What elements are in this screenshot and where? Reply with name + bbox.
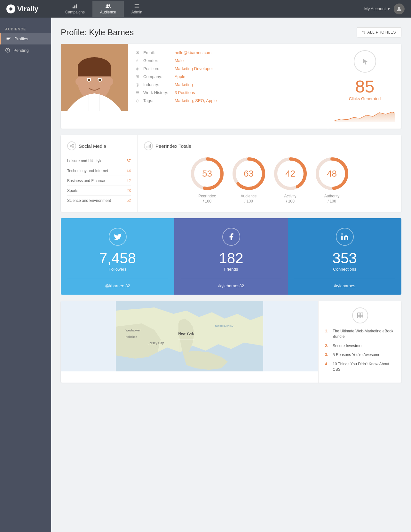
social-media-item: Technology and Internet44	[67, 166, 131, 176]
social-card-twitter: 7,458 Followers @kbarners82	[61, 218, 174, 295]
main-content: Profile: Kyle Barnes ⇅ ALL PROFILES	[51, 18, 411, 532]
clicks-card: 85 Clicks Generated	[328, 44, 401, 129]
rec-item: The Ultimate Web-Marketing eBook Bundle	[325, 329, 395, 339]
facebook-icon	[222, 228, 240, 246]
peerindex-circle-item: 63 Audience/ 100	[231, 156, 266, 204]
svg-rect-30	[146, 146, 147, 147]
nav-audience[interactable]: Audience	[92, 1, 124, 17]
nav-right: My Account ▾	[364, 4, 405, 14]
twitter-icon	[109, 228, 127, 246]
top-nav: Virally Campaigns Audience Admin My Acco…	[0, 0, 411, 18]
social-media-item: Business and Finance42	[67, 176, 131, 186]
social-card-linkedin: 353 Connections /kylebarnes	[288, 218, 401, 295]
nav-campaigns[interactable]: Campaigns	[58, 1, 92, 17]
all-profiles-button[interactable]: ⇅ ALL PROFILES	[357, 27, 401, 37]
svg-point-20	[108, 78, 113, 85]
sidebar-item-profiles[interactable]: Profiles	[0, 33, 51, 44]
peerindex-circles: 53 PeerIndex/ 100 63 Audience/ 100 42 Ac…	[144, 156, 395, 204]
svg-point-3	[106, 4, 108, 6]
work-history-icon: ☰	[136, 90, 141, 95]
svg-point-8	[398, 7, 400, 9]
svg-point-19	[75, 78, 81, 85]
donut-chart: 48	[314, 156, 350, 191]
social-media-icon	[67, 141, 76, 150]
nav-items: Campaigns Audience Admin	[58, 1, 364, 17]
info-row-email: ✉ Email: hello@kbarnes.com	[136, 50, 320, 55]
info-row-industry: ◎ Industry: Marketing	[136, 82, 320, 87]
svg-rect-55	[360, 316, 362, 318]
card-divider	[294, 278, 395, 278]
company-value: Apple	[175, 74, 185, 79]
bottom-row: Jersey City New York Weehawken Hoboken N…	[61, 301, 401, 383]
social-network-cards: 7,458 Followers @kbarners82 182 Friends …	[61, 218, 401, 295]
sidebar-label-pending: Pending	[13, 48, 29, 53]
svg-text:New York: New York	[178, 331, 194, 335]
work-history-value: 3 Positions	[175, 90, 195, 95]
peerindex-section: PeerIndex Totals 53 PeerIndex/ 100 63 Au…	[138, 135, 401, 212]
svg-text:Weehawken: Weehawken	[126, 329, 141, 332]
sidebar: AUDIENCE Profiles Pending	[0, 18, 51, 532]
svg-rect-32	[149, 145, 149, 148]
my-account-menu[interactable]: My Account ▾	[364, 6, 390, 11]
nav-admin[interactable]: Admin	[124, 1, 150, 17]
cursor-icon	[354, 50, 376, 73]
recommended-list: The Ultimate Web-Marketing eBook BundleS…	[325, 329, 395, 372]
svg-rect-10	[7, 38, 10, 39]
svg-rect-18	[78, 67, 111, 76]
profile-photo	[61, 44, 128, 111]
card-divider	[67, 278, 168, 278]
svg-rect-9	[7, 37, 11, 37]
social-handle: @kbarners82	[105, 283, 130, 288]
donut-chart: 53	[190, 156, 225, 191]
svg-rect-33	[150, 144, 151, 147]
avatar[interactable]	[394, 4, 405, 14]
rec-item: 5 Reasons You're Awesome	[325, 352, 395, 358]
social-media-title: Social Media	[67, 141, 131, 150]
svg-line-28	[71, 145, 72, 146]
app-layout: AUDIENCE Profiles Pending Profile: Kyle …	[0, 18, 411, 532]
map-section: Jersey City New York Weehawken Hoboken N…	[61, 301, 318, 383]
svg-text:Jersey City: Jersey City	[148, 341, 164, 345]
peerindex-circle-item: 42 Activity/ 100	[273, 156, 308, 204]
rec-item: Secure Investment	[325, 343, 395, 349]
linkedin-icon	[336, 228, 354, 246]
social-handle: /kylebarnes82	[218, 283, 244, 288]
social-media-list: Leisure and Lifestyle67Technology and In…	[67, 156, 131, 205]
social-handle: /kylebarnes	[334, 283, 355, 288]
peerindex-circle-item: 48 Authority/ 100	[314, 156, 350, 204]
email-value: hello@kbarnes.com	[175, 50, 211, 55]
peerindex-icon	[144, 141, 153, 150]
email-icon: ✉	[136, 50, 141, 55]
chevron-down-icon: ▾	[388, 6, 390, 11]
social-count: 353	[332, 251, 357, 266]
logo-text: Virally	[17, 5, 38, 13]
metrics-row: Social Media Leisure and Lifestyle67Tech…	[61, 135, 401, 212]
social-media-item: Leisure and Lifestyle67	[67, 156, 131, 166]
donut-chart: 63	[231, 156, 266, 191]
svg-point-23	[88, 79, 90, 81]
svg-line-29	[71, 146, 72, 147]
sidebar-section-label: AUDIENCE	[0, 24, 51, 33]
svg-rect-1	[75, 5, 76, 8]
peerindex-circle-item: 53 PeerIndex/ 100	[190, 156, 225, 204]
sidebar-label-profiles: Profiles	[14, 36, 28, 41]
profile-header: Profile: Kyle Barnes ⇅ ALL PROFILES	[61, 27, 401, 37]
sidebar-item-pending[interactable]: Pending	[0, 44, 51, 56]
svg-rect-31	[148, 146, 148, 148]
svg-point-24	[99, 79, 101, 81]
social-count-label: Connections	[333, 267, 356, 272]
sparkline-chart	[335, 106, 395, 122]
social-media-item: Science and Environment52	[67, 196, 131, 205]
svg-rect-2	[76, 4, 77, 9]
logo: Virally	[6, 4, 58, 13]
rec-item: 10 Things You Didn't Know About CSS	[325, 361, 395, 372]
svg-rect-11	[7, 39, 9, 40]
svg-point-27	[72, 147, 74, 148]
donut-chart: 42	[273, 156, 308, 191]
position-value: Marketing Developer	[175, 66, 213, 71]
svg-rect-0	[73, 7, 74, 8]
svg-rect-6	[135, 6, 139, 6]
social-card-facebook: 182 Friends /kylebarnes82	[174, 218, 288, 295]
info-row-work-history: ☰ Work History: 3 Positions	[136, 90, 320, 95]
card-divider	[181, 278, 281, 278]
